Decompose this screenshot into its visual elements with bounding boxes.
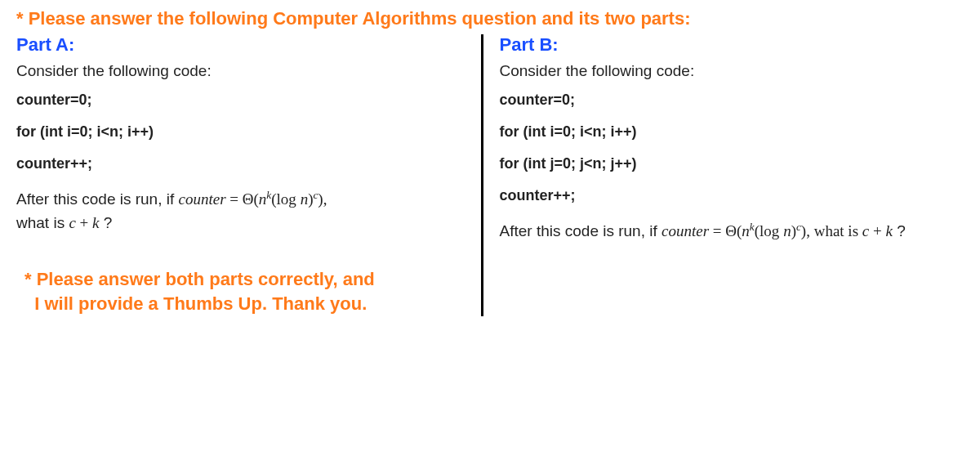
footer-line: * Please answer both parts correctly, an… — [24, 269, 375, 289]
parts-container: Part A: Consider the following code: cou… — [16, 34, 964, 316]
math-var: c — [69, 214, 75, 231]
footer-line: I will provide a Thumbs Up. Thank you. — [34, 293, 367, 314]
math-var: n — [783, 222, 791, 239]
math-var: counter — [662, 222, 709, 239]
math-var: k — [92, 214, 99, 231]
part-b-label: Part B: — [500, 34, 948, 56]
text: After this code is run, if — [16, 190, 179, 208]
question-title: * Please answer the following Computer A… — [16, 8, 964, 29]
text: what is — [16, 214, 69, 231]
math-text: ), what is — [801, 222, 862, 239]
math-text: ), — [318, 190, 327, 208]
math-theta: Θ( — [725, 222, 742, 239]
part-b-question: After this code is run, if counter = Θ(n… — [500, 219, 948, 244]
math-var: c — [862, 222, 869, 239]
footer-note: * Please answer both parts correctly, an… — [16, 267, 465, 315]
part-a-question: After this code is run, if counter = Θ(n… — [16, 187, 465, 235]
math-var: k — [885, 222, 892, 239]
code-line: for (int j=0; j<n; j++) — [500, 155, 948, 172]
part-b-column: Part B: Consider the following code: cou… — [481, 34, 964, 316]
code-line: for (int i=0; i<n; i++) — [500, 123, 948, 141]
text: ? — [100, 214, 113, 231]
part-a-label: Part A: — [16, 34, 465, 56]
math-var: n — [301, 190, 309, 208]
math-text: (log — [271, 190, 300, 208]
part-b-intro: Consider the following code: — [500, 62, 948, 80]
code-line: counter++; — [16, 155, 465, 172]
part-a-column: Part A: Consider the following code: cou… — [16, 34, 481, 316]
text: After this code is run, if — [500, 222, 662, 239]
math-theta: Θ( — [243, 190, 259, 208]
math-var: n — [259, 190, 267, 208]
text: ? — [893, 222, 906, 239]
math-text: (log — [755, 222, 783, 239]
code-line: for (int i=0; i<n; i++) — [16, 123, 465, 141]
math-eq: = — [226, 190, 243, 208]
math-var: n — [742, 222, 750, 239]
math-plus: + — [76, 214, 92, 231]
code-line: counter++; — [500, 187, 948, 204]
math-var: counter — [179, 190, 226, 208]
code-line: counter=0; — [16, 92, 465, 109]
part-a-intro: Consider the following code: — [16, 62, 465, 80]
math-plus: + — [869, 222, 885, 239]
code-line: counter=0; — [500, 92, 948, 109]
math-eq: = — [709, 222, 725, 239]
